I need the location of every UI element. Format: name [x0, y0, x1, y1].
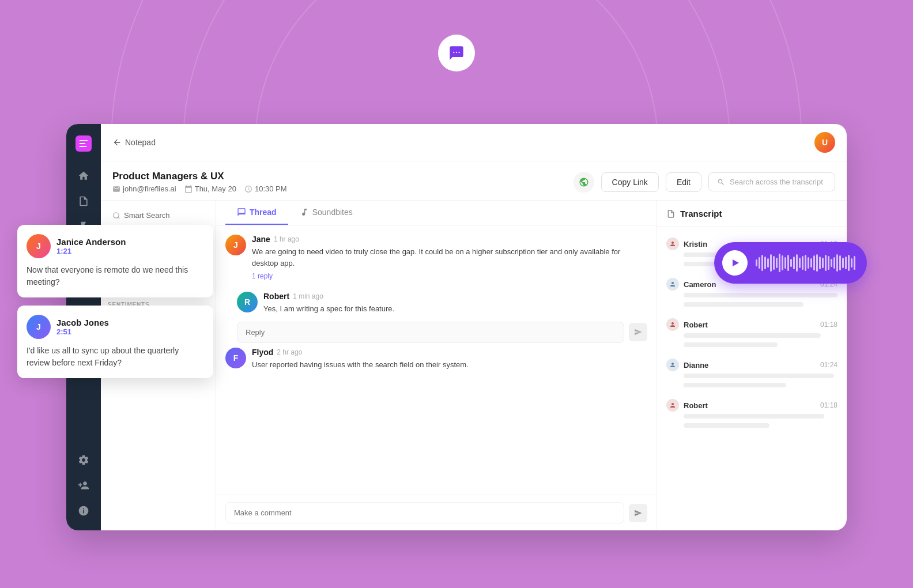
transcript-name-robert-2: Robert: [684, 321, 708, 329]
thread-body-flyod: Flyod 2 hr ago User reported having issu…: [252, 348, 647, 371]
avatar-flyod: F: [225, 348, 246, 368]
transcript-name-dianne: Dianne: [684, 361, 708, 370]
thread-item-jane: J Jane 1 hr ago We are going to need vid…: [225, 235, 647, 280]
sidebar-item-docs[interactable]: [73, 191, 94, 212]
floating-card-janice: J Janice Anderson 1:21 Now that everyone…: [17, 225, 213, 297]
thread-author-jane: Jane: [252, 235, 270, 244]
thread-body-jane: Jane 1 hr ago We are going to need video…: [252, 235, 647, 280]
transcript-item-robert-2: Robert 01:18: [657, 312, 847, 353]
thread-item-flyod: F Flyod 2 hr ago User reported having is…: [225, 348, 647, 371]
thread-author-robert: Robert: [263, 292, 289, 301]
copy-link-button[interactable]: Copy Link: [601, 172, 659, 192]
globe-button[interactable]: [574, 172, 594, 193]
card-name-jacob: Jacob Jones: [56, 318, 109, 327]
svg-point-2: [459, 52, 460, 53]
transcript-header: Transcript: [657, 201, 847, 227]
play-button[interactable]: [722, 250, 748, 276]
svg-point-0: [453, 52, 454, 53]
svg-point-4: [114, 212, 119, 217]
sidebar-logo: [73, 133, 94, 154]
meeting-email-text: john@fireflies.ai: [123, 184, 176, 193]
user-avatar[interactable]: U: [814, 132, 835, 153]
audio-player[interactable]: [714, 242, 867, 284]
avatar-jane: J: [225, 235, 246, 255]
meeting-email: john@fireflies.ai: [112, 184, 176, 193]
meeting-header: Product Managers & UX john@fireflies.ai …: [101, 161, 847, 201]
thread-time-jane: 1 hr ago: [274, 235, 299, 243]
avatar-janice: J: [27, 234, 51, 258]
search-transcript-input[interactable]: Search across the transcript: [708, 172, 835, 191]
thread-text-jane: We are going to need video to truly clos…: [252, 246, 647, 269]
top-bar: Notepad U: [101, 124, 847, 161]
edit-button[interactable]: Edit: [666, 172, 701, 192]
transcript-icon-kristin: [666, 238, 679, 250]
meeting-time: 10:30 PM: [244, 184, 287, 193]
card-text-jacob: I'd like us all to sync up about the qua…: [27, 345, 204, 369]
tab-soundbites-label: Soundbites: [312, 208, 353, 217]
sidebar-item-add-user[interactable]: [73, 475, 94, 496]
thread-time-robert: 1 min ago: [293, 292, 323, 300]
thread-text-flyod: User reported having issues with the sea…: [252, 359, 647, 371]
meeting-date: Thu, May 20: [184, 184, 236, 193]
transcript-time-robert-2: 01:18: [820, 321, 837, 329]
transcript-name-cameron: Cameron: [684, 280, 716, 289]
back-button[interactable]: Notepad: [112, 138, 156, 147]
transcript-icon-cameron: [666, 278, 679, 291]
meeting-time-text: 10:30 PM: [255, 184, 287, 193]
card-name-janice: Janice Anderson: [56, 237, 126, 247]
floating-card-jacob: J Jacob Jones 2:51 I'd like us all to sy…: [17, 306, 213, 378]
transcript-header-label: Transcript: [680, 209, 722, 218]
sidebar-item-settings[interactable]: [73, 450, 94, 470]
comment-send-button[interactable]: [629, 504, 647, 522]
meeting-date-text: Thu, May 20: [195, 184, 236, 193]
transcript-icon-robert-3: [666, 399, 679, 412]
comment-bar: [216, 495, 657, 530]
transcript-icon-robert: [666, 318, 679, 331]
thread-time-flyod: 2 hr ago: [277, 348, 302, 356]
tab-soundbites[interactable]: Soundbites: [288, 201, 364, 225]
transcript-time-dianne: 01:24: [820, 361, 837, 369]
meeting-meta: john@fireflies.ai Thu, May 20 10:30 PM: [112, 184, 567, 193]
thread-text-robert: Yes, I am writing a spec for this featur…: [263, 303, 647, 315]
transcript-item-dianne: Dianne 01:24: [657, 353, 847, 393]
transcript-name-kristin: Kristin: [684, 240, 707, 248]
avatar-jacob: J: [27, 315, 51, 339]
reply-item-robert: R Robert 1 min ago Yes, I am writing a s…: [237, 292, 647, 315]
reply-input-row: [237, 322, 647, 343]
waveform: [756, 252, 855, 273]
thread-content: J Jane 1 hr ago We are going to need vid…: [216, 225, 657, 495]
avatar-robert: R: [237, 292, 258, 312]
comment-input[interactable]: [225, 502, 624, 523]
search-transcript-placeholder: Search across the transcript: [730, 178, 823, 186]
card-text-janice: Now that everyone is remote do we need t…: [27, 264, 204, 288]
transcript-time-robert-3: 01:18: [820, 401, 837, 409]
sidebar-item-info[interactable]: [73, 500, 94, 521]
tab-bar: Thread Soundbites: [216, 201, 657, 225]
app-logo-icon: [438, 35, 475, 71]
thread-body-robert: Robert 1 min ago Yes, I am writing a spe…: [263, 292, 647, 315]
reply-send-button[interactable]: [629, 323, 647, 341]
reply-count-jane[interactable]: 1 reply: [252, 272, 647, 280]
transcript-icon-dianne: [666, 359, 679, 371]
svg-line-5: [118, 217, 120, 218]
reply-input[interactable]: [237, 322, 624, 343]
smart-search-label: Smart Search: [124, 211, 169, 220]
tab-thread[interactable]: Thread: [225, 201, 288, 225]
card-time-janice: 1:21: [56, 247, 126, 255]
transcript-item-robert-3: Robert 01:18: [657, 393, 847, 434]
meeting-title: Product Managers & UX: [112, 171, 567, 182]
card-time-jacob: 2:51: [56, 327, 109, 336]
tab-thread-label: Thread: [250, 208, 277, 217]
thread-panel: Thread Soundbites J: [216, 201, 657, 530]
svg-point-1: [456, 52, 457, 53]
sidebar-item-home[interactable]: [73, 165, 94, 186]
thread-author-flyod: Flyod: [252, 348, 273, 357]
transcript-name-robert-3: Robert: [684, 401, 708, 410]
meeting-info: Product Managers & UX john@fireflies.ai …: [112, 171, 567, 193]
smart-search[interactable]: Smart Search: [108, 208, 209, 223]
back-label: Notepad: [125, 138, 156, 147]
